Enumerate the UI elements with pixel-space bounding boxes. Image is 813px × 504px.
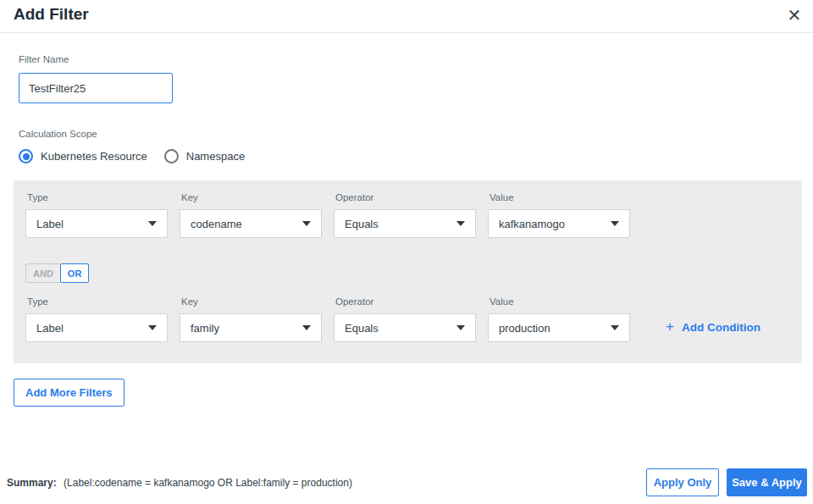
header-divider — [0, 32, 813, 33]
chevron-down-icon — [456, 221, 465, 226]
dialog-title: Add Filter — [14, 5, 89, 24]
chevron-down-icon — [611, 221, 619, 226]
key-dropdown[interactable]: family — [180, 313, 322, 342]
chevron-down-icon — [456, 325, 465, 330]
chevron-down-icon — [611, 325, 619, 330]
type-dropdown-value: Label — [36, 322, 64, 335]
operator-dropdown-value: Equals — [345, 218, 379, 230]
add-condition-link[interactable]: + Add Condition — [666, 318, 760, 335]
value-dropdown[interactable]: production — [488, 313, 630, 342]
add-filter-dialog: Add Filter ✕ Filter Name Calculation Sco… — [0, 0, 813, 504]
type-label: Type — [25, 296, 168, 307]
condition-field-type: Type Label — [25, 296, 168, 342]
operator-dropdown[interactable]: Equals — [334, 313, 476, 342]
chevron-down-icon — [148, 221, 157, 226]
radio-unselected-icon[interactable] — [164, 149, 179, 163]
condition-field-operator: Operator Equals — [334, 296, 476, 342]
add-more-filters-button[interactable]: Add More Filters — [14, 379, 124, 407]
type-dropdown-value: Label — [36, 218, 64, 230]
calculation-scope-radio-group: Kubernetes Resource Namespace — [19, 149, 262, 163]
add-condition-label: Add Condition — [682, 321, 760, 334]
value-dropdown-value: production — [499, 322, 550, 335]
filter-name-label: Filter Name — [19, 54, 69, 64]
value-label: Value — [488, 192, 630, 202]
value-label: Value — [488, 296, 630, 307]
key-label: Key — [180, 192, 322, 202]
radio-option-namespace[interactable]: Namespace — [164, 149, 245, 163]
key-dropdown[interactable]: codename — [180, 209, 322, 238]
logic-toggle: AND OR — [25, 263, 790, 283]
radio-option-label: Kubernetes Resource — [41, 150, 147, 163]
chevron-down-icon — [148, 325, 157, 330]
condition-row-1: Type Label Key codename Operator Equals — [25, 192, 790, 238]
key-dropdown-value: codename — [191, 218, 242, 230]
filter-name-input[interactable] — [19, 73, 173, 103]
operator-dropdown-value: Equals — [345, 322, 379, 335]
toggle-or-button[interactable]: OR — [60, 263, 90, 283]
save-and-apply-button[interactable]: Save & Apply — [727, 468, 807, 496]
radio-selected-icon[interactable] — [19, 149, 33, 163]
condition-field-key: Key family — [180, 296, 322, 342]
condition-field-value: Value production — [488, 296, 630, 342]
apply-only-button[interactable]: Apply Only — [646, 468, 719, 496]
summary: Summary: (Label:codename = kafkanamogo O… — [7, 477, 352, 489]
operator-label: Operator — [334, 192, 476, 202]
chevron-down-icon — [302, 221, 311, 226]
value-dropdown[interactable]: kafkanamogo — [488, 209, 630, 238]
calculation-scope-label: Calculation Scope — [19, 129, 97, 139]
condition-field-type: Type Label — [25, 192, 168, 238]
type-label: Type — [25, 192, 168, 202]
operator-label: Operator — [334, 296, 476, 307]
type-dropdown[interactable]: Label — [25, 313, 168, 342]
value-dropdown-value: kafkanamogo — [499, 218, 565, 230]
key-label: Key — [180, 296, 322, 307]
radio-option-kubernetes-resource[interactable]: Kubernetes Resource — [19, 149, 147, 163]
plus-icon: + — [666, 318, 674, 335]
condition-field-operator: Operator Equals — [334, 192, 476, 238]
close-icon[interactable]: ✕ — [783, 3, 806, 27]
condition-row-2: Type Label Key family Operator Equals — [25, 296, 790, 342]
key-dropdown-value: family — [191, 322, 219, 335]
radio-option-label: Namespace — [186, 150, 245, 163]
toggle-and-button[interactable]: AND — [25, 263, 61, 283]
condition-field-key: Key codename — [180, 192, 322, 238]
summary-label: Summary: — [7, 477, 57, 489]
type-dropdown[interactable]: Label — [25, 209, 168, 238]
chevron-down-icon — [302, 325, 311, 330]
conditions-panel: Type Label Key codename Operator Equals — [14, 180, 802, 363]
condition-field-value: Value kafkanamogo — [488, 192, 630, 238]
operator-dropdown[interactable]: Equals — [334, 209, 476, 238]
summary-text: (Label:codename = kafkanamogo OR Label:f… — [64, 477, 352, 489]
